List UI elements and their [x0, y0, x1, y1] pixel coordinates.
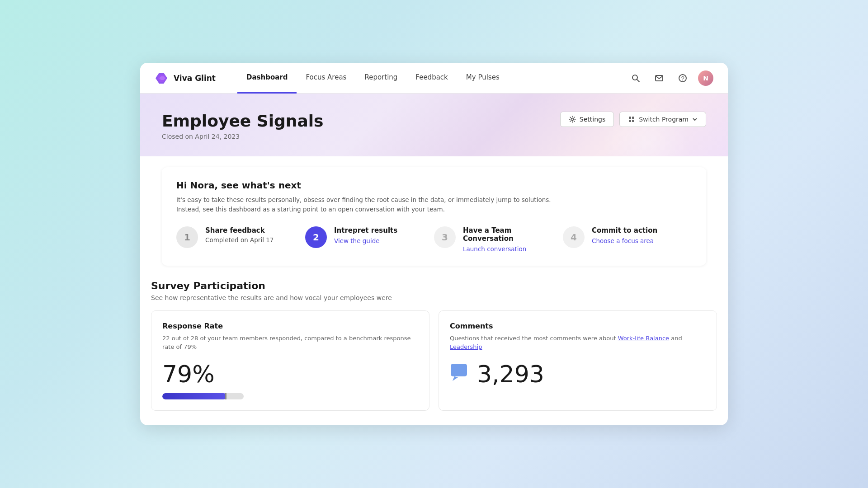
steps-description: It's easy to take these results personal… — [176, 195, 692, 214]
progress-bar-wrapper — [162, 393, 418, 399]
svg-rect-9 — [629, 117, 631, 119]
navbar: Viva Glint Dashboard Focus Areas Reporti… — [140, 63, 728, 94]
nav-link-feedback[interactable]: Feedback — [406, 63, 457, 94]
logo-text: Viva Glint — [174, 74, 216, 83]
svg-rect-11 — [629, 120, 631, 122]
svg-line-4 — [637, 80, 639, 82]
step-1-content: Share feedback Completed on April 17 — [205, 226, 274, 244]
steps-card: Hi Nora, see what's next It's easy to ta… — [162, 167, 706, 266]
comments-title: Comments — [450, 322, 706, 330]
step-2: 2 Intrepret results View the guide — [305, 226, 434, 248]
survey-participation-desc: See how representative the results are a… — [151, 294, 717, 301]
nav-link-my-pulses[interactable]: My Pulses — [457, 63, 509, 94]
response-rate-value: 79% — [162, 361, 418, 388]
work-life-balance-link[interactable]: Work-life Balance — [618, 335, 669, 342]
hero-title: Employee Signals — [162, 112, 706, 130]
step-2-circle: 2 — [305, 226, 327, 248]
step-2-content: Intrepret results View the guide — [334, 226, 397, 245]
step-3-content: Have a Team Conversation Launch conversa… — [463, 226, 552, 253]
svg-point-8 — [571, 118, 573, 121]
comments-desc: Questions that received the most comment… — [450, 334, 706, 352]
main-content: Survey Participation See how representat… — [140, 266, 728, 425]
chevron-down-icon — [692, 117, 698, 122]
step-1-title: Share feedback — [205, 226, 274, 235]
app-window: Viva Glint Dashboard Focus Areas Reporti… — [140, 63, 728, 425]
search-button[interactable] — [627, 70, 644, 86]
nav-logo[interactable]: Viva Glint — [155, 71, 216, 85]
step-4-circle: 4 — [563, 226, 585, 248]
svg-rect-12 — [632, 120, 634, 122]
progress-bar-fill — [162, 393, 226, 399]
svg-rect-13 — [451, 364, 467, 376]
switch-program-button[interactable]: Switch Program — [619, 112, 706, 127]
step-1-circle: 1 — [176, 226, 198, 248]
stats-cards-row: Response Rate 22 out of 28 of your team … — [151, 310, 717, 411]
comments-card: Comments Questions that received the mos… — [439, 310, 717, 411]
hero-actions: Settings Switch Program — [560, 112, 706, 127]
response-rate-card: Response Rate 22 out of 28 of your team … — [151, 310, 429, 411]
hero-subtitle: Closed on April 24, 2023 — [162, 133, 706, 140]
nav-actions: ? N — [627, 70, 713, 86]
step-3-link[interactable]: Launch conversation — [463, 245, 526, 253]
search-icon — [631, 74, 640, 83]
comment-icon — [450, 362, 470, 386]
switch-icon — [628, 116, 635, 123]
step-1: 1 Share feedback Completed on April 17 — [176, 226, 305, 248]
settings-button[interactable]: Settings — [560, 112, 614, 127]
svg-marker-14 — [453, 376, 458, 381]
svg-text:?: ? — [681, 75, 684, 82]
svg-rect-10 — [632, 117, 634, 119]
step-2-title: Intrepret results — [334, 226, 397, 235]
viva-glint-icon — [155, 71, 169, 85]
steps-row: 1 Share feedback Completed on April 17 2… — [176, 226, 692, 253]
nav-link-focus-areas[interactable]: Focus Areas — [297, 63, 355, 94]
settings-icon — [569, 116, 576, 123]
step-3-title: Have a Team Conversation — [463, 226, 552, 243]
help-icon: ? — [678, 74, 687, 83]
user-avatar[interactable]: N — [698, 70, 713, 86]
progress-bar-track — [162, 393, 244, 399]
nav-links: Dashboard Focus Areas Reporting Feedback… — [237, 63, 627, 94]
progress-marker — [225, 393, 226, 399]
step-4-link[interactable]: Choose a focus area — [592, 237, 654, 244]
response-rate-desc: 22 out of 28 of your team members respon… — [162, 334, 418, 352]
messages-button[interactable] — [651, 70, 667, 86]
step-3-circle: 3 — [434, 226, 456, 248]
leadership-link[interactable]: Leadership — [450, 343, 482, 350]
step-2-link[interactable]: View the guide — [334, 237, 380, 244]
step-4: 4 Commit to action Choose a focus area — [563, 226, 692, 248]
hero-banner: Employee Signals Closed on April 24, 202… — [140, 94, 728, 156]
messages-icon — [655, 74, 664, 83]
step-4-content: Commit to action Choose a focus area — [592, 226, 657, 245]
step-1-detail: Completed on April 17 — [205, 236, 274, 244]
response-rate-title: Response Rate — [162, 322, 418, 330]
nav-link-dashboard[interactable]: Dashboard — [237, 63, 297, 94]
step-4-title: Commit to action — [592, 226, 657, 235]
nav-link-reporting[interactable]: Reporting — [355, 63, 406, 94]
comments-count: 3,293 — [450, 361, 706, 388]
step-3: 3 Have a Team Conversation Launch conver… — [434, 226, 563, 253]
steps-greeting: Hi Nora, see what's next — [176, 180, 692, 191]
survey-participation-title: Survey Participation — [151, 280, 717, 291]
help-button[interactable]: ? — [675, 70, 691, 86]
